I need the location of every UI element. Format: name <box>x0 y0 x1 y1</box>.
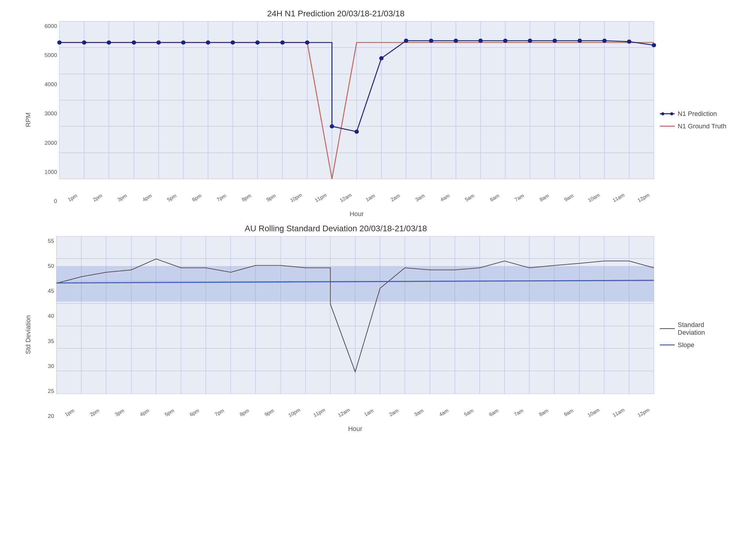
chart1-xlabel: Hour <box>60 210 654 218</box>
chart1-legend-line1 <box>660 113 675 114</box>
pred-dot-6 <box>181 40 186 45</box>
pred-dot-23 <box>602 39 607 43</box>
chart1-legend-label2: N1 Ground Truth <box>678 123 726 130</box>
chart1-legend: N1 Prediction N1 Ground Truth <box>654 9 731 218</box>
chart1-ytick-1000: 1000 <box>39 169 60 175</box>
pred-dot-11 <box>305 40 309 45</box>
pred-dot-12 <box>329 124 334 128</box>
chart1-svg <box>60 21 654 194</box>
pred-dot-14 <box>379 56 384 60</box>
chart2-ytick-30: 30 <box>39 363 57 369</box>
pred-dot-24 <box>627 40 631 44</box>
pred-dot-16 <box>429 39 433 43</box>
chart2-xlabel: Hour <box>57 425 654 433</box>
chart1-ytick-4000: 4000 <box>39 81 60 88</box>
chart1-legend-line2 <box>660 126 675 127</box>
chart1-ylabel: RPM <box>24 112 32 127</box>
chart1-legend-label1: N1 Prediction <box>678 110 717 118</box>
chart2-ytick-55: 55 <box>39 238 57 244</box>
chart2-ytick-20: 20 <box>39 413 57 419</box>
pred-dot-25 <box>652 43 656 47</box>
chart1-title: 24H N1 Prediction 20/03/18-21/03/18 <box>18 9 654 18</box>
chart1-area: 24H N1 Prediction 20/03/18-21/03/18 RPM … <box>18 9 654 218</box>
pred-dot-17 <box>453 39 458 43</box>
pred-dot-5 <box>156 40 161 45</box>
chart1-ytick-3000: 3000 <box>39 110 60 117</box>
chart2-ytick-50: 50 <box>39 263 57 269</box>
charts-container: 24H N1 Prediction 20/03/18-21/03/18 RPM … <box>18 9 731 433</box>
chart1-legend-item2: N1 Ground Truth <box>660 123 731 130</box>
chart2-ylabel: Std Deviation <box>24 315 32 354</box>
pred-dot-13 <box>355 130 359 134</box>
pred-dot-8 <box>231 40 235 45</box>
chart1-ytick-0: 0 <box>39 198 60 204</box>
chart1-ytick-6000: 6000 <box>39 23 60 29</box>
pred-dot-9 <box>255 40 260 45</box>
chart1-legend-item1: N1 Prediction <box>660 110 731 118</box>
chart1-ytick-5000: 5000 <box>39 52 60 59</box>
chart2-legend-item1: Standard Deviation <box>660 321 731 337</box>
pred-dot-7 <box>206 40 210 45</box>
pred-dot-22 <box>578 39 582 43</box>
chart2-ytick-35: 35 <box>39 338 57 345</box>
chart2-svg <box>57 236 654 409</box>
chart2-ytick-45: 45 <box>39 288 57 294</box>
chart2-slope-band <box>57 266 654 302</box>
pred-dot-15 <box>404 39 408 43</box>
pred-dot-2 <box>82 40 86 45</box>
pred-dot-4 <box>132 40 136 45</box>
pred-dot-10 <box>280 40 285 45</box>
chart2-legend-label2: Slope <box>678 341 694 349</box>
pred-dot-3 <box>107 40 111 45</box>
chart2-legend: Standard Deviation Slope <box>654 224 731 433</box>
chart2-legend-item2: Slope <box>660 341 731 349</box>
svg-point-34 <box>661 112 664 115</box>
chart2-legend-label1: Standard Deviation <box>678 321 731 337</box>
chart1-wrapper: 24H N1 Prediction 20/03/18-21/03/18 RPM … <box>18 9 731 218</box>
chart2-title: AU Rolling Standard Deviation 20/03/18-2… <box>18 224 654 233</box>
pred-dot-19 <box>503 39 508 43</box>
pred-dot-21 <box>553 39 557 43</box>
chart2-legend-line2 <box>660 345 675 346</box>
pred-dot-20 <box>528 39 532 43</box>
chart2-area: AU Rolling Standard Deviation 20/03/18-2… <box>18 224 654 433</box>
chart2-ytick-40: 40 <box>39 313 57 319</box>
chart2-ytick-25: 25 <box>39 388 57 394</box>
svg-point-35 <box>670 112 673 115</box>
chart2-wrapper: AU Rolling Standard Deviation 20/03/18-2… <box>18 224 731 433</box>
pred-dot-18 <box>478 39 483 43</box>
chart2-legend-line1 <box>660 328 675 329</box>
chart1-ytick-2000: 2000 <box>39 140 60 146</box>
